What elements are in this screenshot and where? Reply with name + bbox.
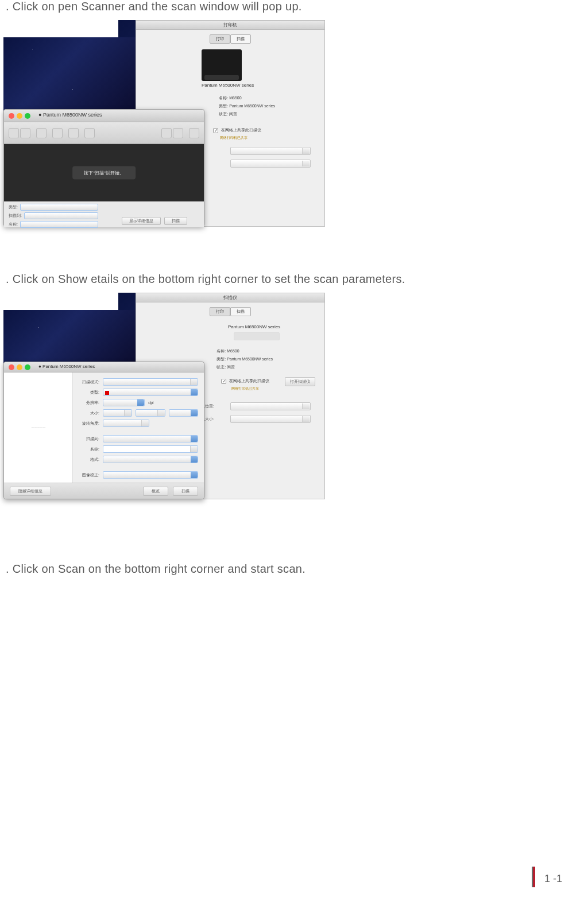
size-h[interactable]: [136, 409, 165, 417]
form-label: 分辨率:: [79, 400, 99, 406]
device-info: 名称: M6500 类型: Pantum M6500NW series 状态: …: [216, 347, 273, 371]
toolbar-btn[interactable]: [36, 128, 47, 138]
scan-form: 扫描模式: 类型: 分辨率:dpi 大小: 旋转角度: 扫描到: 名称: 格式:…: [73, 362, 204, 499]
share-checkbox-label: 在网络上共享此扫描仪: [229, 379, 269, 383]
screenshot-2: 扫描仪 打印扫描 Pantum M6500NW series 名称: M6500…: [3, 293, 325, 499]
info-label-status: 状态:: [219, 112, 228, 116]
page-number: 1 -1: [533, 869, 562, 890]
info-label-status: 状态:: [216, 365, 226, 369]
screenshot-1: 打印机 打印扫描 Pantum M6500NW series 名称: M6500…: [3, 20, 325, 227]
form-label: 扫描到:: [9, 213, 22, 219]
name-select[interactable]: [20, 221, 98, 228]
info-value-type: Pantum M6500NW series: [227, 357, 273, 361]
step-4-text: . Click on Show etails on the bottom rig…: [6, 273, 584, 286]
share-hint: 网络打印机已共享: [231, 386, 259, 391]
dest-select[interactable]: [24, 212, 98, 219]
show-details-button[interactable]: 显示详细信息: [122, 217, 161, 225]
form-label: 旋转角度:: [79, 421, 99, 426]
share-checkbox-row: ✓ 在网络上共享此扫描仪: [221, 378, 269, 384]
toolbar-btn[interactable]: [84, 128, 95, 138]
open-scanner-button[interactable]: [234, 332, 280, 340]
device-name: Pantum M6500NW series: [202, 83, 254, 88]
step-5-text: . Click on Scan on the bottom right corn…: [6, 562, 584, 576]
scan-mode-select[interactable]: [103, 378, 198, 386]
form-label: 大小:: [79, 410, 99, 416]
scan-window-title: ● Pantum M6500NW series: [38, 112, 102, 118]
scan-button[interactable]: 扫描: [173, 487, 198, 496]
scan-details-window: ● Pantum M6500NW series ∼∼∼∼∼ 扫描模式: 类型: …: [3, 362, 204, 499]
dest-select[interactable]: [103, 435, 198, 442]
size-w[interactable]: [103, 409, 132, 417]
form-label: 扫描模式:: [79, 379, 99, 385]
default-location-select[interactable]: [230, 402, 311, 410]
rotation-select[interactable]: [103, 420, 149, 427]
info-label-type: 类型:: [216, 357, 226, 361]
share-checkbox-row: ✓ 在网络上共享此扫描仪: [213, 127, 261, 133]
tab-print[interactable]: 打印: [210, 34, 230, 44]
device-info: 名称: M6500 类型: Pantum M6500NW series 状态: …: [219, 94, 275, 118]
device-name: Pantum M6500NW series: [228, 324, 280, 329]
form-label: 类型:: [9, 204, 18, 210]
minimize-icon[interactable]: [17, 364, 22, 370]
minimize-icon[interactable]: [17, 113, 22, 119]
toolbar-btn[interactable]: [9, 128, 19, 138]
form-label: 格式:: [79, 457, 99, 463]
zoom-icon[interactable]: [25, 113, 30, 119]
scan-button[interactable]: 扫描: [164, 217, 187, 225]
tab-scan[interactable]: 扫描: [230, 34, 251, 44]
scan-bottom-bar: 隐藏详细信息 概览 扫描: [4, 483, 204, 499]
default-location-select[interactable]: [230, 147, 311, 155]
default-size-select[interactable]: [230, 160, 311, 168]
hide-details-button[interactable]: 隐藏详细信息: [10, 487, 51, 496]
share-hint: 网络打印机已共享: [220, 135, 247, 141]
info-value-status: 闲置: [227, 365, 235, 369]
step-3-text: . Click on pen Scanner and the scan wind…: [6, 0, 584, 13]
info-value-name: M6500: [227, 349, 239, 353]
scan-preview: 按下"扫描"以开始。: [4, 144, 204, 201]
default-size-select[interactable]: [230, 415, 311, 423]
name-input[interactable]: [103, 445, 198, 453]
scan-preview-pane: ∼∼∼∼∼: [4, 372, 73, 483]
dialog-titlebar: 打印机: [136, 21, 324, 30]
kind-select[interactable]: [103, 389, 198, 396]
form-label: 名称:: [9, 222, 18, 227]
toolbar-btn[interactable]: [52, 128, 63, 138]
toolbar-btn[interactable]: [189, 128, 199, 138]
share-checkbox-label: 在网络上共享此扫描仪: [221, 128, 261, 132]
scan-hint-badge: 按下"扫描"以开始。: [72, 166, 136, 180]
scan-window: ● Pantum M6500NW series 按下"扫描"以开始。 类型: 扫…: [3, 109, 204, 227]
toolbar-btn[interactable]: [68, 128, 79, 138]
close-icon[interactable]: [9, 364, 14, 370]
type-select[interactable]: [20, 204, 98, 211]
checkbox-icon[interactable]: ✓: [221, 379, 226, 384]
open-scanner-small-button[interactable]: 打开扫描仪: [285, 377, 315, 386]
scan-window-titlebar: ● Pantum M6500NW series: [4, 110, 204, 122]
info-value-type: Pantum M6500NW series: [229, 104, 275, 108]
info-value-status: 闲置: [229, 112, 237, 116]
close-icon[interactable]: [9, 113, 14, 119]
checkbox-icon[interactable]: ✓: [213, 128, 218, 133]
preview-button[interactable]: 概览: [143, 487, 168, 496]
toolbar-btn[interactable]: [173, 128, 183, 138]
form-label: 扫描到:: [79, 436, 99, 442]
scan-window-title: ● Pantum M6500NW series: [38, 364, 95, 369]
toolbar-btn[interactable]: [20, 128, 30, 138]
tab-print[interactable]: 打印: [210, 307, 230, 316]
format-select[interactable]: [103, 456, 198, 463]
zoom-icon[interactable]: [25, 364, 30, 370]
loading-indicator: ∼∼∼∼∼: [31, 425, 45, 430]
scan-toolbar: [4, 122, 204, 144]
size-unit-select[interactable]: [169, 409, 198, 417]
resolution-select[interactable]: [103, 399, 145, 406]
info-label-name: 名称:: [219, 96, 228, 100]
unit: dpi: [148, 401, 153, 405]
scan-bottom-form: 类型: 扫描到: 名称: 显示详细信息 扫描: [4, 201, 204, 227]
toolbar-btn[interactable]: [161, 128, 172, 138]
tab-scan[interactable]: 扫描: [230, 307, 251, 316]
form-label: 类型:: [79, 390, 99, 395]
form-label: 名称:: [79, 447, 99, 452]
info-value-name: M6500: [229, 96, 241, 100]
device-thumb: [202, 49, 242, 81]
correction-select[interactable]: [103, 471, 198, 479]
info-label-name: 名称:: [216, 349, 226, 353]
